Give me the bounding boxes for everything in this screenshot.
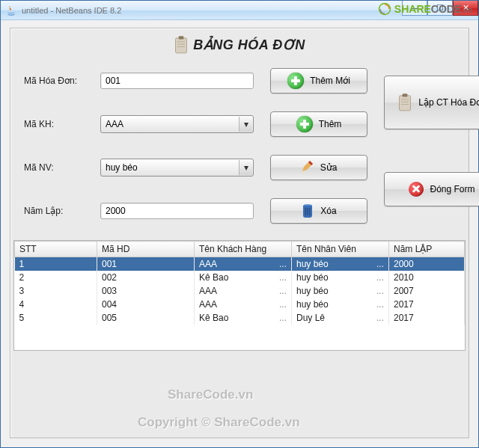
them-moi-button[interactable]: Thêm Mới <box>270 68 367 93</box>
java-icon <box>5 4 17 16</box>
page-header: BẢNG HÓA ĐƠN <box>10 28 469 61</box>
plus-icon <box>296 116 313 132</box>
svg-rect-14 <box>309 208 311 215</box>
table-header-row: STT Mã HD Tên Khách Hàng Tên Nhân Viên N… <box>15 242 465 257</box>
trash-icon <box>301 203 314 218</box>
xoa-button[interactable]: Xóa <box>270 198 367 224</box>
ma-kh-combo[interactable] <box>100 115 254 133</box>
sua-button[interactable]: Sửa <box>270 155 367 180</box>
svg-rect-6 <box>400 96 411 111</box>
table-row[interactable]: 3003AAA...huy béo...2007 <box>15 284 465 298</box>
svg-rect-13 <box>308 208 309 215</box>
them-button[interactable]: Thêm <box>270 111 367 137</box>
col-nam[interactable]: Năm LẬP <box>389 242 465 257</box>
lap-ct-button[interactable]: Lập CT Hóa Đơn <box>384 76 479 129</box>
copyright: Copyright © ShareCode.vn <box>138 415 300 430</box>
ma-kh-label: Mã KH: <box>24 119 84 129</box>
svg-rect-1 <box>176 38 187 53</box>
table-row[interactable]: 1001AAA...huy béo...2000 <box>15 257 465 271</box>
close-icon <box>409 182 424 197</box>
nam-lap-input[interactable] <box>100 203 254 219</box>
window-title: untitled - NetBeans IDE 8.2 <box>22 6 121 15</box>
svg-rect-12 <box>305 208 307 215</box>
col-kh[interactable]: Tên Khách Hàng <box>195 242 292 257</box>
ma-hd-input[interactable] <box>100 73 254 89</box>
watermark: ShareCode.vn <box>168 387 253 402</box>
table-row[interactable]: 2002Kê Bao...huy béo...2010 <box>15 271 465 284</box>
clipboard-icon <box>174 36 189 54</box>
ma-nv-label: Mã NV: <box>24 162 84 173</box>
col-nv[interactable]: Tên Nhân Viên <box>292 242 389 257</box>
table-row[interactable]: 5005Kê Bao...Duy Lê...2017 <box>15 311 465 325</box>
pencil-icon <box>301 161 314 174</box>
invoice-table[interactable]: STT Mã HD Tên Khách Hàng Tên Nhân Viên N… <box>13 240 466 351</box>
svg-rect-2 <box>179 36 184 39</box>
plus-icon <box>287 73 304 89</box>
svg-rect-7 <box>403 93 408 96</box>
ma-nv-combo[interactable] <box>100 159 254 177</box>
brand-watermark: SHARECODE.vn <box>378 2 472 16</box>
page-title: BẢNG HÓA ĐƠN <box>193 37 305 53</box>
ma-hd-label: Mã Hóa Đơn: <box>24 76 84 86</box>
clipboard-icon <box>397 93 412 111</box>
dong-form-button[interactable]: Đóng Form <box>384 172 479 206</box>
col-mahd[interactable]: Mã HD <box>97 242 195 257</box>
nam-lap-label: Năm Lập: <box>24 206 84 216</box>
col-stt[interactable]: STT <box>15 242 97 257</box>
table-row[interactable]: 4004AAA...huy béo...2017 <box>15 298 465 311</box>
app-window: untitled - NetBeans IDE 8.2 ─ ☐ ✕ SHAREC… <box>0 0 479 448</box>
main-panel: BẢNG HÓA ĐƠN Mã Hóa Đơn: Thêm Mới Lập CT… <box>10 28 469 438</box>
